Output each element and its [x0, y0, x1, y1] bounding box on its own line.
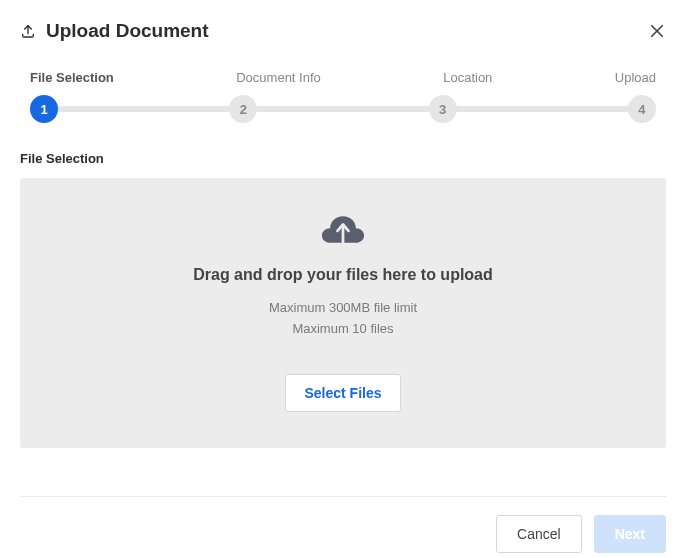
dropzone-limit-count: Maximum 10 files: [40, 319, 646, 340]
stepper: File Selection Document Info Location Up…: [30, 70, 656, 123]
dialog-title: Upload Document: [46, 20, 209, 42]
dropzone-limit-size: Maximum 300MB file limit: [40, 298, 646, 319]
step-labels: File Selection Document Info Location Up…: [30, 70, 656, 85]
step-circle-3[interactable]: 3: [429, 95, 457, 123]
step-circle-1[interactable]: 1: [30, 95, 58, 123]
close-button[interactable]: [648, 22, 666, 40]
next-button[interactable]: Next: [594, 515, 666, 553]
step-circles: 1 2 3 4: [30, 95, 656, 123]
header-left: Upload Document: [20, 20, 209, 42]
dialog-header: Upload Document: [20, 20, 666, 42]
step-label-document-info: Document Info: [236, 70, 321, 85]
dialog-footer: Cancel Next: [20, 496, 666, 553]
cancel-button[interactable]: Cancel: [496, 515, 582, 553]
dropzone-heading: Drag and drop your files here to upload: [40, 266, 646, 284]
step-label-location: Location: [443, 70, 492, 85]
upload-icon: [20, 23, 36, 39]
step-label-upload: Upload: [615, 70, 656, 85]
section-label: File Selection: [20, 151, 666, 166]
cloud-upload-icon: [321, 210, 365, 250]
file-dropzone[interactable]: Drag and drop your files here to upload …: [20, 178, 666, 448]
step-circle-4[interactable]: 4: [628, 95, 656, 123]
step-circle-2[interactable]: 2: [229, 95, 257, 123]
step-track-wrap: 1 2 3 4: [30, 95, 656, 123]
step-label-file-selection: File Selection: [30, 70, 114, 85]
select-files-button[interactable]: Select Files: [285, 374, 400, 412]
